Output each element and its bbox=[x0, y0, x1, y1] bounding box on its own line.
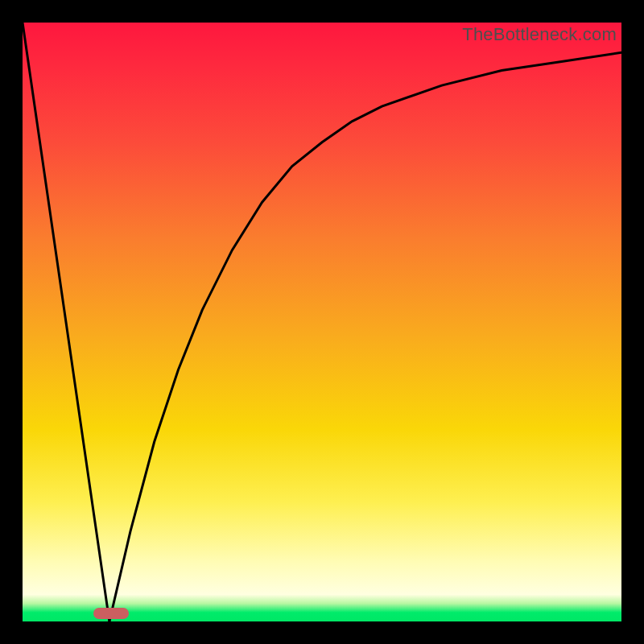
curve-layer bbox=[23, 23, 621, 621]
chart-frame: TheBottleneck.com bbox=[0, 0, 644, 644]
watermark-text: TheBottleneck.com bbox=[462, 24, 617, 45]
right-curve-path bbox=[109, 52, 621, 621]
plot-area: TheBottleneck.com bbox=[23, 23, 621, 621]
bottleneck-marker bbox=[93, 608, 129, 619]
left-line-path bbox=[23, 23, 109, 621]
